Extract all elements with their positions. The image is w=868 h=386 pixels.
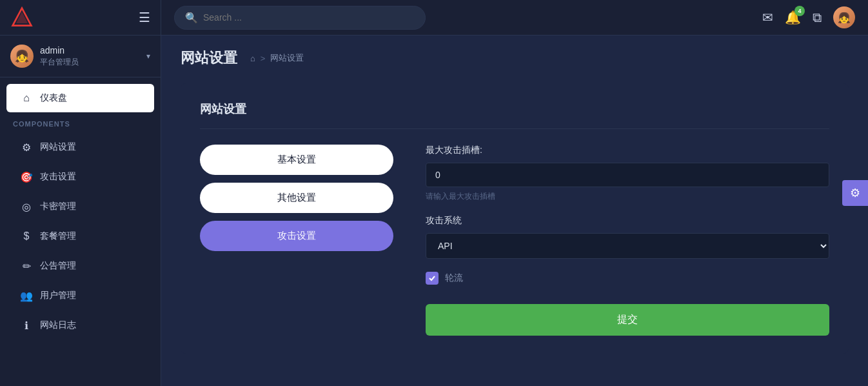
max-slots-input[interactable]	[426, 163, 829, 187]
user-name: admin	[40, 45, 146, 56]
search-icon: 🔍	[185, 12, 198, 24]
sidebar-item-card-label: 卡密管理	[40, 201, 76, 212]
breadcrumb-separator: >	[261, 54, 266, 63]
attack-system-select[interactable]: API	[426, 233, 829, 259]
content-card: 网站设置 基本设置 其他设置 攻击设置 最大攻击插槽: 请输入最大攻击插槽	[181, 83, 849, 354]
sidebar-item-site-log[interactable]: ℹ 网站日志	[6, 311, 154, 340]
announcement-icon: ✏	[19, 259, 34, 273]
breadcrumb-home[interactable]: ⌂	[250, 54, 255, 63]
notification-icon-button[interactable]: 🔔 4	[785, 10, 801, 25]
chevron-down-icon: ▾	[146, 52, 150, 61]
settings-layout: 基本设置 其他设置 攻击设置 最大攻击插槽: 请输入最大攻击插槽 攻击系统 AP…	[200, 145, 829, 336]
settings-tabs: 基本设置 其他设置 攻击设置	[200, 145, 393, 336]
checkbox-label: 轮流	[445, 272, 463, 284]
header: 🔍 ✉ 🔔 4 ⧉ 👧	[161, 0, 868, 36]
sidebar-header: ☰	[0, 0, 161, 36]
sidebar-item-user-management[interactable]: 👥 用户管理	[6, 281, 154, 310]
logo-icon	[10, 6, 34, 29]
site-log-icon: ℹ	[19, 318, 34, 332]
breadcrumb-current: 网站设置	[270, 52, 304, 64]
hamburger-button[interactable]: ☰	[139, 10, 150, 25]
profile-avatar[interactable]: 👧	[833, 6, 855, 28]
layers-icon-button[interactable]: ⧉	[813, 10, 822, 25]
submit-button[interactable]: 提交	[426, 304, 829, 336]
header-right: ✉ 🔔 4 ⧉ 👧	[762, 6, 855, 28]
logo	[10, 6, 34, 29]
tab-basic-settings[interactable]: 基本设置	[200, 145, 393, 175]
breadcrumb: ⌂ > 网站设置	[250, 52, 304, 64]
sidebar-item-website-label: 网站设置	[40, 141, 76, 153]
card-management-icon: ◎	[19, 199, 34, 214]
dashboard-icon: ⌂	[19, 91, 34, 105]
sidebar-item-package-management[interactable]: $ 套餐管理	[6, 222, 154, 250]
sidebar-item-website-settings[interactable]: ⚙ 网站设置	[6, 133, 154, 161]
checkbox-group: 轮流	[426, 272, 829, 285]
attack-settings-icon: 🎯	[19, 170, 34, 184]
package-management-icon: $	[19, 229, 34, 243]
avatar-image: 👧	[10, 45, 34, 68]
page-title: 网站设置	[181, 48, 237, 68]
page-content: 网站设置 ⌂ > 网站设置 网站设置 基本设置 其他设置 攻击设置	[161, 36, 868, 386]
sidebar-item-user-label: 用户管理	[40, 290, 76, 301]
search-input[interactable]	[203, 12, 415, 23]
attack-system-group: 攻击系统 API	[426, 215, 829, 259]
checkbox-row: 轮流	[426, 272, 829, 285]
sidebar-item-attack-label: 攻击设置	[40, 171, 76, 183]
floating-settings-button[interactable]: ⚙	[842, 180, 868, 206]
tab-attack-settings[interactable]: 攻击设置	[200, 221, 393, 251]
attack-system-label: 攻击系统	[426, 215, 829, 227]
sidebar-item-card-management[interactable]: ◎ 卡密管理	[6, 192, 154, 221]
checkbox-rotate[interactable]	[426, 272, 439, 285]
avatar: 👧	[10, 45, 34, 68]
sidebar-item-log-label: 网站日志	[40, 320, 76, 331]
user-info: admin 平台管理员	[40, 45, 146, 68]
user-role: 平台管理员	[40, 57, 146, 68]
sidebar-item-announcement-label: 公告管理	[40, 260, 76, 272]
sidebar-item-dashboard[interactable]: ⌂ 仪表盘	[6, 84, 154, 112]
sidebar-item-dashboard-label: 仪表盘	[40, 92, 67, 104]
sidebar-item-package-label: 套餐管理	[40, 230, 76, 242]
notification-badge: 4	[794, 6, 805, 16]
page-header: 网站设置 ⌂ > 网站设置	[181, 48, 849, 68]
components-label: COMPONENTS	[0, 114, 161, 132]
max-slots-group: 最大攻击插槽: 请输入最大攻击插槽	[426, 145, 829, 202]
max-slots-label: 最大攻击插槽:	[426, 145, 829, 156]
user-management-icon: 👥	[19, 289, 34, 303]
website-settings-icon: ⚙	[19, 140, 34, 154]
settings-form: 最大攻击插槽: 请输入最大攻击插槽 攻击系统 API	[426, 145, 829, 336]
search-bar[interactable]: 🔍	[174, 6, 426, 30]
sidebar-item-announcement[interactable]: ✏ 公告管理	[6, 252, 154, 280]
floating-settings-icon: ⚙	[850, 186, 860, 200]
max-slots-hint: 请输入最大攻击插槽	[426, 191, 829, 202]
mail-icon-button[interactable]: ✉	[762, 10, 773, 25]
card-title: 网站设置	[200, 101, 829, 129]
main-area: 🔍 ✉ 🔔 4 ⧉ 👧 网站设置 ⌂ > 网站设置 网站设置	[161, 0, 868, 386]
sidebar: ☰ 👧 admin 平台管理员 ▾ ⌂ 仪表盘 COMPONENTS ⚙ 网站设…	[0, 0, 161, 386]
tab-other-settings[interactable]: 其他设置	[200, 183, 393, 213]
user-section[interactable]: 👧 admin 平台管理员 ▾	[0, 36, 161, 77]
sidebar-nav: ⌂ 仪表盘 COMPONENTS ⚙ 网站设置 🎯 攻击设置 ◎ 卡密管理 $ …	[0, 77, 161, 386]
sidebar-item-attack-settings[interactable]: 🎯 攻击设置	[6, 163, 154, 191]
checkmark-icon	[428, 274, 436, 282]
